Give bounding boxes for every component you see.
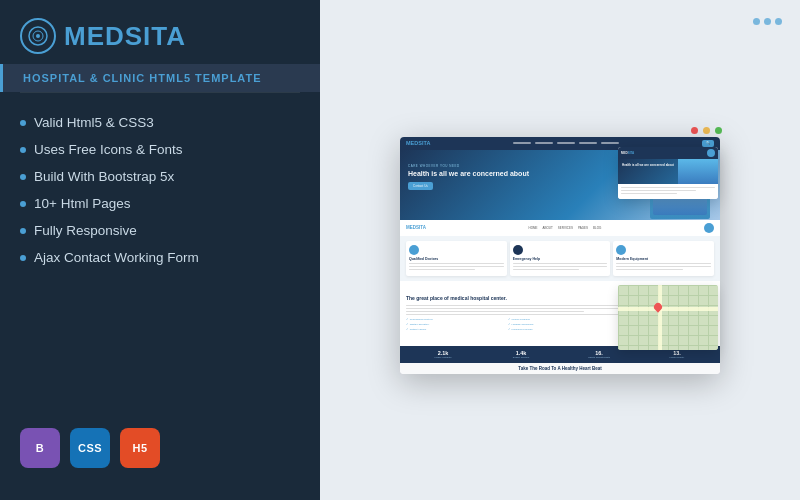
logo-prefix: MED: [64, 21, 125, 51]
feature-label-4: 10+ Html Pages: [34, 196, 130, 211]
sec-nav-logo: MEDSITA: [621, 151, 634, 155]
sec-nav-icon: [707, 149, 715, 157]
map-road-horizontal: [618, 307, 718, 311]
sec-body: [618, 184, 718, 199]
mock-footer-title: Take The Road To A Healthy Heart Beat: [406, 366, 714, 371]
mock-subnav-link-4: Pages: [578, 226, 588, 230]
feature-dot-6: [20, 255, 26, 261]
separator: [20, 92, 300, 93]
mock-nav-logo-suffix: SITA: [418, 140, 430, 146]
deco-dot-1: [753, 18, 760, 25]
bootstrap-badge: B: [20, 428, 60, 468]
feature-dot-5: [20, 228, 26, 234]
feature-dot-2: [20, 147, 26, 153]
mock-card-title-2: Emergency Help: [513, 257, 608, 261]
sec-nav: MEDSITA: [618, 147, 718, 159]
feature-label-2: Uses Free Icons & Fonts: [34, 142, 183, 157]
feature-item: 10+ Html Pages: [20, 196, 300, 211]
feature-item: Valid Html5 & CSS3: [20, 115, 300, 130]
mock-stat-3: 16. Health Departments: [562, 350, 636, 359]
dot-yellow: [703, 127, 710, 134]
deco-dots: [753, 18, 782, 25]
feature-label-6: Ajax Contact Working Form: [34, 250, 199, 265]
html-label: H5: [132, 442, 147, 454]
mock-card-lines-1: [409, 263, 504, 271]
tagline-bar: Hospital & Clinic HTML5 Template: [0, 64, 320, 92]
mock-card-3: Modern Equipment: [613, 241, 714, 276]
mock-nav-logo-prefix: MED: [406, 140, 418, 146]
deco-dot-2: [764, 18, 771, 25]
mock-card-1: Qualified Doctors: [406, 241, 507, 276]
left-panel: MEDSITA Hospital & Clinic HTML5 Template…: [0, 0, 320, 500]
mock-nav-link-4: [579, 142, 597, 144]
mock-nav-logo: MEDSITA: [406, 140, 430, 146]
logo-suffix: SITA: [125, 21, 186, 51]
mock-stat-1: 2.1k Happy Patients: [406, 350, 480, 359]
mock-hero-subtitle: CARE WHOEVER YOU NEED: [408, 164, 575, 168]
dot-red: [691, 127, 698, 134]
mock-about-lines: [406, 305, 628, 316]
mock-card-2: Emergency Help: [510, 241, 611, 276]
mock-card-lines-2: [513, 263, 608, 271]
features-list: Valid Html5 & CSS3 Uses Free Icons & Fon…: [0, 97, 320, 283]
deco-dot-3: [775, 18, 782, 25]
mock-nav-link-2: [535, 142, 553, 144]
logo-icon: [20, 18, 56, 54]
preview-container: MEDSITA 🔍 CARE WHOEVER YOU NEED: [336, 16, 784, 484]
mock-hero-text: CARE WHOEVER YOU NEED Health is all we a…: [408, 164, 575, 190]
mock-subnav-link-3: Services: [558, 226, 573, 230]
map-grid: [618, 285, 718, 350]
feature-item: Ajax Contact Working Form: [20, 250, 300, 265]
mock-card-icon-2: [513, 245, 523, 255]
mock-subnav-suffix: SITA: [416, 225, 426, 230]
feature-label-5: Fully Responsive: [34, 223, 137, 238]
feature-item: Build With Bootstrap 5x: [20, 169, 300, 184]
mock-about-list: ✓ Professional Doctors ✓ Online Schedule…: [406, 318, 628, 331]
feature-dot-1: [20, 120, 26, 126]
right-panel: MEDSITA 🔍 CARE WHOEVER YOU NEED: [320, 0, 800, 500]
svg-point-2: [36, 34, 40, 38]
feature-label-3: Build With Bootstrap 5x: [34, 169, 174, 184]
mock-about-title: The great place of medical hospital cent…: [406, 295, 628, 302]
mock-stat-label-1: Happy Patients: [406, 356, 480, 359]
feature-item: Uses Free Icons & Fonts: [20, 142, 300, 157]
feature-dot-3: [20, 174, 26, 180]
css-label: CSS: [78, 442, 102, 454]
mock-about-text: The great place of medical hospital cent…: [406, 295, 628, 331]
bootstrap-label: B: [36, 442, 44, 454]
mock-stat-label-2: Expert Doctors: [484, 356, 558, 359]
mock-nav-link-5: [601, 142, 619, 144]
sec-hero: Health is all we are concerned about: [618, 159, 718, 184]
mock-subnav: MEDSITA Home About Services Pages Blog: [400, 220, 720, 236]
mock-card-lines-3: [616, 263, 711, 271]
dot-green: [715, 127, 722, 134]
css-badge: CSS: [70, 428, 110, 468]
tech-badges: B CSS H5: [0, 414, 180, 482]
sec-hero-text: Health is all we are concerned about: [618, 159, 678, 171]
feature-label-1: Valid Html5 & CSS3: [34, 115, 154, 130]
mock-nav-link-3: [557, 142, 575, 144]
mock-stat-label-4: Health Depts.: [640, 356, 714, 359]
map-road-vertical: [658, 285, 662, 350]
feature-dot-4: [20, 201, 26, 207]
mockup-dots: [691, 127, 722, 134]
tagline-text: Hospital & Clinic HTML5 Template: [23, 72, 300, 84]
mock-nav-link-1: [513, 142, 531, 144]
html-badge: H5: [120, 428, 160, 468]
mock-stat-label-3: Health Departments: [562, 356, 636, 359]
mock-footer-section: Take The Road To A Healthy Heart Beat: [400, 363, 720, 374]
logo-text: MEDSITA: [64, 21, 186, 52]
mock-cards: Qualified Doctors Emergency Help: [400, 236, 720, 281]
mock-subnav-link-2: About: [542, 226, 552, 230]
mock-subnav-links: Home About Services Pages Blog: [528, 226, 601, 230]
mock-subnav-link-5: Blog: [593, 226, 601, 230]
sec-lines: [621, 187, 715, 195]
mockup-secondary: MEDSITA Health is all we are concerned a…: [618, 147, 718, 199]
mock-card-icon-3: [616, 245, 626, 255]
mock-stat-4: 13. Health Depts.: [640, 350, 714, 359]
mock-card-icon-1: [409, 245, 419, 255]
mockup-map: [618, 285, 718, 350]
mock-hero-cta: Contact Us: [408, 182, 433, 190]
logo-area: MEDSITA: [0, 0, 320, 64]
mock-stat-2: 1.4k Expert Doctors: [484, 350, 558, 359]
